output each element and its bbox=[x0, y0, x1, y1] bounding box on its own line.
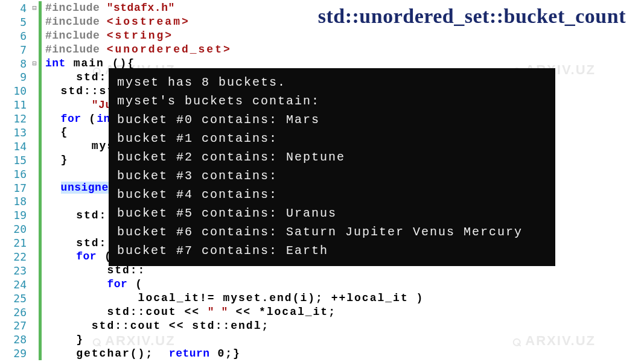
line-number: 14 bbox=[0, 140, 30, 153]
line-number: 23 bbox=[0, 264, 30, 277]
code-line[interactable]: 6#include <string> bbox=[0, 29, 644, 43]
line-number: 18 bbox=[0, 195, 30, 208]
line-number: 9 bbox=[0, 71, 30, 83]
code-line[interactable]: 24 for ( bbox=[0, 278, 644, 291]
line-number: 12 bbox=[0, 112, 30, 125]
line-number: 22 bbox=[0, 250, 30, 263]
code-text[interactable]: getchar(); return 0;} bbox=[42, 348, 241, 360]
line-number: 17 bbox=[0, 182, 30, 194]
line-number: 19 bbox=[0, 209, 30, 221]
code-text[interactable]: #include <unordered_set> bbox=[42, 43, 232, 56]
code-text[interactable]: } bbox=[42, 334, 84, 346]
console-line: bucket #2 contains: Neptune bbox=[117, 148, 547, 167]
code-text[interactable]: "Jup bbox=[42, 99, 119, 111]
console-line: bucket #7 contains: Earth bbox=[117, 241, 547, 260]
code-text[interactable]: for (int bbox=[42, 113, 117, 125]
change-indicator bbox=[39, 167, 42, 181]
line-number: 8 bbox=[0, 57, 30, 70]
code-text[interactable]: local_it!= myset.end(i); ++local_it ) bbox=[42, 292, 424, 304]
code-text[interactable]: std::cout << " " << *local_it; bbox=[42, 306, 336, 318]
fold-toggle[interactable]: ⊟ bbox=[30, 4, 39, 13]
code-line[interactable]: 28 } bbox=[0, 332, 644, 346]
code-text[interactable]: std:: bbox=[42, 264, 145, 276]
console-line: bucket #6 contains: Saturn Jupiter Venus… bbox=[117, 223, 547, 241]
code-text[interactable]: { bbox=[42, 126, 68, 138]
console-line: bucket #0 contains: Mars bbox=[117, 110, 547, 129]
line-number: 24 bbox=[0, 278, 30, 291]
console-line: bucket #1 contains: bbox=[117, 129, 547, 148]
line-number: 7 bbox=[0, 43, 30, 56]
line-number: 11 bbox=[0, 98, 30, 111]
code-line[interactable]: 26 std::cout << " " << *local_it; bbox=[0, 305, 644, 319]
code-line[interactable]: 29 getchar(); return 0;} bbox=[0, 346, 644, 360]
code-text[interactable]: } bbox=[42, 154, 68, 166]
change-indicator bbox=[39, 194, 42, 208]
console-line: myset has 8 buckets. bbox=[117, 73, 547, 92]
line-number: 15 bbox=[0, 154, 30, 167]
code-text[interactable]: int main (){ bbox=[42, 57, 135, 69]
console-line: bucket #3 contains: bbox=[117, 167, 547, 185]
line-number: 26 bbox=[0, 306, 30, 319]
line-number: 13 bbox=[0, 126, 30, 139]
code-line[interactable]: 7#include <unordered_set> bbox=[0, 43, 644, 57]
line-number: 20 bbox=[0, 223, 30, 235]
line-number: 10 bbox=[0, 84, 30, 97]
line-number: 5 bbox=[0, 16, 30, 28]
line-number: 6 bbox=[0, 30, 30, 42]
line-number: 25 bbox=[0, 292, 30, 305]
code-line[interactable]: 25 local_it!= myset.end(i); ++local_it ) bbox=[0, 291, 644, 305]
code-text[interactable]: std::cout << std::endl; bbox=[42, 320, 269, 332]
line-number: 21 bbox=[0, 237, 30, 249]
console-line: myset's buckets contain: bbox=[117, 92, 547, 110]
code-line[interactable]: 27 std::cout << std::endl; bbox=[0, 319, 644, 332]
page-title: std::unordered_set::bucket_count bbox=[318, 5, 626, 28]
console-output: myset has 8 buckets.myset's buckets cont… bbox=[109, 68, 555, 266]
code-text[interactable]: #include <string> bbox=[42, 30, 173, 42]
line-number: 29 bbox=[0, 347, 30, 360]
change-indicator bbox=[39, 222, 42, 236]
fold-toggle[interactable]: ⊟ bbox=[30, 59, 39, 68]
code-text[interactable]: #include <iostream> bbox=[42, 16, 190, 28]
console-line: bucket #4 contains: bbox=[117, 185, 547, 204]
code-text[interactable]: for ( bbox=[42, 278, 143, 290]
console-line: bucket #5 contains: Uranus bbox=[117, 204, 547, 223]
code-text[interactable]: #include "stdafx.h" bbox=[42, 2, 175, 14]
line-number: 4 bbox=[0, 2, 30, 14]
line-number: 28 bbox=[0, 333, 30, 346]
line-number: 27 bbox=[0, 319, 30, 332]
line-number: 16 bbox=[0, 168, 30, 180]
